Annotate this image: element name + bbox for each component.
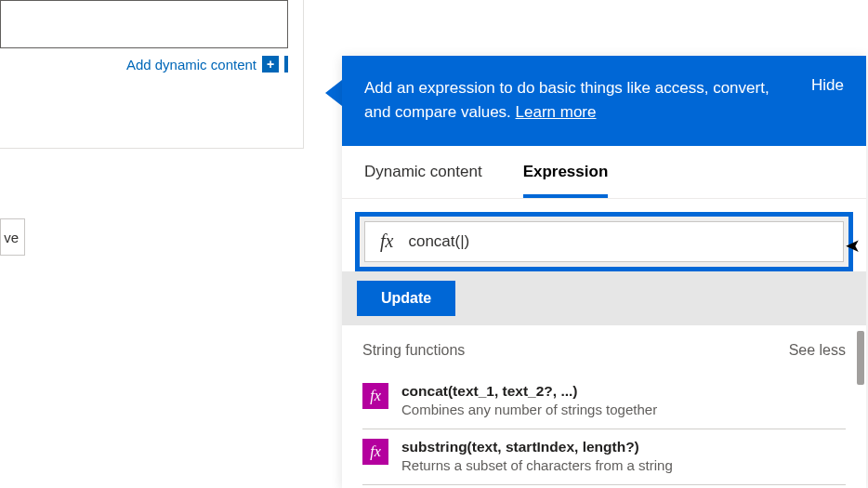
add-dynamic-content-link[interactable]: Add dynamic content + bbox=[0, 56, 288, 73]
plus-icon: + bbox=[262, 56, 279, 73]
learn-more-link[interactable]: Learn more bbox=[516, 103, 597, 121]
section-header: String functions See less bbox=[362, 342, 846, 359]
function-item-substring[interactable]: fx substring(text, startIndex, length?) … bbox=[362, 429, 846, 485]
update-button[interactable]: Update bbox=[357, 281, 455, 316]
functions-panel: String functions See less fx concat(text… bbox=[342, 325, 866, 488]
fx-icon: fx bbox=[362, 383, 388, 409]
function-description: Returns a subset of characters from a st… bbox=[401, 457, 673, 473]
expression-text: concat(|) bbox=[408, 232, 843, 251]
function-signature: substring(text, startIndex, length?) bbox=[401, 439, 673, 455]
save-button[interactable]: ve bbox=[0, 218, 25, 256]
popover-banner: Add an expression to do basic things lik… bbox=[342, 56, 866, 146]
section-title: String functions bbox=[362, 342, 465, 359]
expression-input-area: fx concat(|) bbox=[342, 199, 866, 271]
popover-pointer bbox=[325, 80, 342, 106]
expression-popover: Add an expression to do basic things lik… bbox=[342, 56, 866, 488]
function-text: substring(text, startIndex, length?) Ret… bbox=[401, 439, 673, 473]
save-button-label: ve bbox=[4, 230, 19, 245]
function-text: concat(text_1, text_2?, ...) Combines an… bbox=[401, 383, 657, 417]
function-signature: concat(text_1, text_2?, ...) bbox=[401, 383, 657, 400]
update-bar: Update bbox=[342, 271, 866, 325]
expression-input[interactable]: fx concat(|) bbox=[364, 221, 844, 262]
expression-input-highlight: fx concat(|) bbox=[355, 212, 853, 271]
form-input[interactable] bbox=[0, 0, 288, 48]
fx-icon: fx bbox=[365, 231, 408, 252]
function-description: Combines any number of strings together bbox=[401, 402, 657, 417]
tab-strip: Dynamic content Expression bbox=[342, 146, 866, 199]
add-dynamic-content-label: Add dynamic content bbox=[126, 57, 256, 73]
function-item-concat[interactable]: fx concat(text_1, text_2?, ...) Combines… bbox=[362, 374, 846, 429]
tab-dynamic-content[interactable]: Dynamic content bbox=[364, 163, 482, 198]
scrollbar-thumb[interactable] bbox=[857, 331, 864, 385]
cursor-icon: ➤ bbox=[845, 234, 861, 257]
hide-link[interactable]: Hide bbox=[811, 76, 844, 95]
banner-text: Add an expression to do basic things lik… bbox=[364, 76, 796, 125]
tab-expression[interactable]: Expression bbox=[523, 163, 609, 198]
accent-bar bbox=[284, 56, 288, 73]
see-less-toggle[interactable]: See less bbox=[789, 342, 846, 359]
form-card: Add dynamic content + bbox=[0, 0, 304, 149]
fx-icon: fx bbox=[362, 439, 388, 465]
